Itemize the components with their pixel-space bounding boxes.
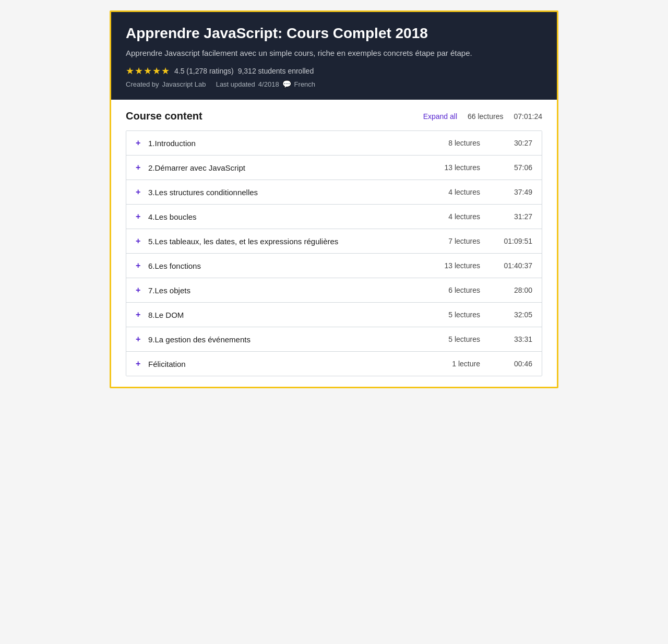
section-lectures: 6 lectures [433,286,480,294]
section-right: 4 lectures 31:27 [433,212,532,221]
section-lectures: 5 lectures [433,335,480,343]
expand-icon: + [136,187,143,197]
section-title: Félicitation [148,360,186,368]
section-right: 1 lecture 00:46 [433,360,532,368]
content-body: + 1.Introduction 8 lectures 30:27 + 2.Dé… [126,130,542,387]
section-left: + 7.Les objets [136,285,433,295]
section-lectures: 1 lecture [433,360,480,368]
expand-icon: + [136,212,143,221]
total-duration: 07:01:24 [514,112,543,121]
content-meta: Expand all 66 lectures 07:01:24 [423,112,542,121]
star-icons: ★★★★★ [126,65,170,77]
section-item[interactable]: + 1.Introduction 8 lectures 30:27 [126,131,542,156]
section-right: 5 lectures 32:05 [433,311,532,319]
section-left: + 5.Les tableaux, les dates, et les expr… [136,236,433,246]
expand-icon: + [136,163,143,172]
section-item[interactable]: + 2.Démarrer avec JavaScript 13 lectures… [126,156,542,180]
section-title: 5.Les tableaux, les dates, et les expres… [148,237,338,246]
section-duration: 57:06 [501,163,532,172]
content-title: Course content [126,110,202,122]
created-by-label: Created by [126,80,159,88]
section-list: + 1.Introduction 8 lectures 30:27 + 2.Dé… [126,130,542,376]
section-duration: 31:27 [501,212,532,221]
students-count: 9,312 students enrolled [238,67,314,75]
section-item[interactable]: + 4.Les boucles 4 lectures 31:27 [126,205,542,229]
section-duration: 00:46 [501,360,532,368]
section-title: 4.Les boucles [148,212,197,221]
section-lectures: 8 lectures [433,139,480,147]
separator [209,80,212,88]
section-title: 7.Les objets [148,286,190,295]
section-duration: 33:31 [501,335,532,343]
section-title: 2.Démarrer avec JavaScript [148,163,245,172]
section-left: + 3.Les structures conditionnelles [136,187,433,197]
section-right: 13 lectures 57:06 [433,163,532,172]
section-right: 5 lectures 33:31 [433,335,532,343]
course-header: Apprendre JavaScript: Cours Complet 2018… [111,12,557,100]
course-card: Apprendre JavaScript: Cours Complet 2018… [110,10,558,388]
section-item[interactable]: + 7.Les objets 6 lectures 28:00 [126,278,542,303]
section-lectures: 7 lectures [433,237,480,245]
section-right: 4 lectures 37:49 [433,188,532,196]
section-duration: 01:40:37 [501,261,532,270]
section-lectures: 5 lectures [433,311,480,319]
section-item[interactable]: + 6.Les fonctions 13 lectures 01:40:37 [126,254,542,278]
expand-icon: + [136,359,143,368]
rating-value: 4.5 (1,278 ratings) [174,67,234,75]
expand-all-button[interactable]: Expand all [423,112,457,121]
expand-icon: + [136,236,143,246]
section-right: 7 lectures 01:09:51 [433,237,532,245]
section-left: + 6.Les fonctions [136,261,433,270]
course-subtitle: Apprendre Javascript facilement avec un … [126,47,542,59]
section-right: 8 lectures 30:27 [433,139,532,147]
section-left: + 8.Le DOM [136,310,433,319]
section-left: + 2.Démarrer avec JavaScript [136,163,433,172]
expand-icon: + [136,335,143,344]
section-lectures: 4 lectures [433,188,480,196]
author-name: Javascript Lab [162,80,206,88]
section-duration: 32:05 [501,311,532,319]
section-item[interactable]: + 3.Les structures conditionnelles 4 lec… [126,180,542,205]
section-lectures: 13 lectures [433,261,480,270]
section-left: + 9.La gestion des événements [136,335,433,344]
section-right: 6 lectures 28:00 [433,286,532,294]
section-title: 3.Les structures conditionnelles [148,188,258,197]
expand-icon: + [136,138,143,148]
section-title: 8.Le DOM [148,311,184,319]
language-icon: 💬 [282,80,291,88]
expand-icon: + [136,285,143,295]
section-lectures: 13 lectures [433,163,480,172]
section-left: + 1.Introduction [136,138,433,148]
section-left: + Félicitation [136,359,433,368]
meta-row: Created by Javascript Lab Last updated 4… [126,80,542,88]
expand-icon: + [136,261,143,270]
last-updated-label: Last updated [216,80,255,88]
section-item[interactable]: + 9.La gestion des événements 5 lectures… [126,327,542,352]
section-duration: 28:00 [501,286,532,294]
section-right: 13 lectures 01:40:37 [433,261,532,270]
section-lectures: 4 lectures [433,212,480,221]
course-title: Apprendre JavaScript: Cours Complet 2018 [126,25,542,42]
content-section: Course content Expand all 66 lectures 07… [111,100,557,387]
section-item[interactable]: + 5.Les tableaux, les dates, et les expr… [126,229,542,254]
section-title: 1.Introduction [148,139,196,148]
section-duration: 37:49 [501,188,532,196]
total-lectures: 66 lectures [468,112,503,121]
expand-icon: + [136,310,143,319]
section-duration: 30:27 [501,139,532,147]
content-header: Course content Expand all 66 lectures 07… [126,110,542,122]
section-duration: 01:09:51 [501,237,532,245]
section-title: 9.La gestion des événements [148,335,250,344]
section-item[interactable]: + Félicitation 1 lecture 00:46 [126,352,542,376]
section-item[interactable]: + 8.Le DOM 5 lectures 32:05 [126,303,542,327]
rating-row: ★★★★★ 4.5 (1,278 ratings) 9,312 students… [126,65,542,77]
last-updated-date: 4/2018 [258,80,279,88]
section-title: 6.Les fonctions [148,261,201,270]
language-label: French [294,80,315,88]
section-left: + 4.Les boucles [136,212,433,221]
